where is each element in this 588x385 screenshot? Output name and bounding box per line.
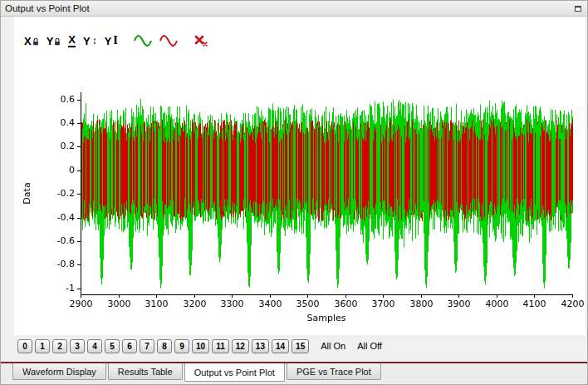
channel-button-8[interactable]: 8 [157,339,172,353]
float-window-icon [574,4,582,12]
tab-results-table[interactable]: Results Table [108,363,183,380]
y-axis-range-letter: Y [83,36,91,47]
plot-toolbar: XYXY↕YI [22,30,210,52]
green-trace-button[interactable] [132,32,154,50]
x-axis-fixed-button[interactable]: X [66,32,77,50]
up-down-arrow-icon: ↕ [92,35,97,47]
channel-button-5[interactable]: 5 [105,339,120,353]
x-axis-lock-button[interactable]: X [22,32,41,50]
clear-traces-button[interactable] [192,32,210,50]
panel-titlebar[interactable]: Output vs Point Plot [1,1,587,17]
channel-button-0[interactable]: 0 [17,339,32,353]
x-axis-fixed-letter: X [68,34,76,47]
channel-row: 0123456789101112131415 All On All Off [1,335,587,363]
waveform-plot-canvas[interactable] [14,76,586,325]
y-cursor-button[interactable]: YI [103,32,120,50]
channel-button-4[interactable]: 4 [87,339,102,353]
channel-button-14[interactable]: 14 [272,339,289,353]
y-axis-lock-button[interactable]: Y [45,32,63,50]
i-beam-icon: I [113,35,118,47]
channel-button-2[interactable]: 2 [52,339,67,353]
channel-button-9[interactable]: 9 [174,339,189,353]
delete-cross-icon [194,34,208,47]
tab-pge-vs-trace-plot[interactable]: PGE vs Trace Plot [287,363,381,380]
lock-icon [54,35,61,47]
output-vs-point-plot-window: Output vs Point Plot XYXY↕YI 01234567891… [0,0,588,385]
channel-button-7[interactable]: 7 [140,339,154,353]
y-axis-range-button[interactable]: Y↕ [81,32,99,50]
plot-panel: XYXY↕YI [14,17,586,335]
panel-title: Output vs Point Plot [5,3,573,13]
channel-button-11[interactable]: 11 [212,339,229,353]
channel-button-3[interactable]: 3 [70,339,85,353]
all-off-button[interactable]: All Off [357,341,382,351]
channel-button-10[interactable]: 10 [192,339,209,353]
tab-output-vs-point-plot[interactable]: Output vs Point Plot [184,363,285,382]
tab-waveform-display[interactable]: Waveform Display [12,363,106,380]
channel-button-6[interactable]: 6 [122,339,137,353]
y-axis-lock-letter: Y [47,36,54,47]
channel-button-12[interactable]: 12 [232,339,249,353]
channel-button-1[interactable]: 1 [35,339,50,353]
channel-buttons: 0123456789101112131415 [17,339,309,353]
channel-button-13[interactable]: 13 [252,339,269,353]
tab-bar: Waveform DisplayResults TableOutput vs P… [1,362,587,384]
red-trace-button[interactable] [158,32,179,50]
lock-icon [32,35,39,47]
all-on-button[interactable]: All On [321,341,345,351]
x-axis-lock-letter: X [24,36,32,47]
y-cursor-letter: Y [105,36,112,47]
channel-button-15[interactable]: 15 [292,339,309,353]
float-panel-button[interactable] [573,3,583,13]
red-trace-wave-icon [159,34,178,47]
green-trace-wave-icon [134,34,152,47]
